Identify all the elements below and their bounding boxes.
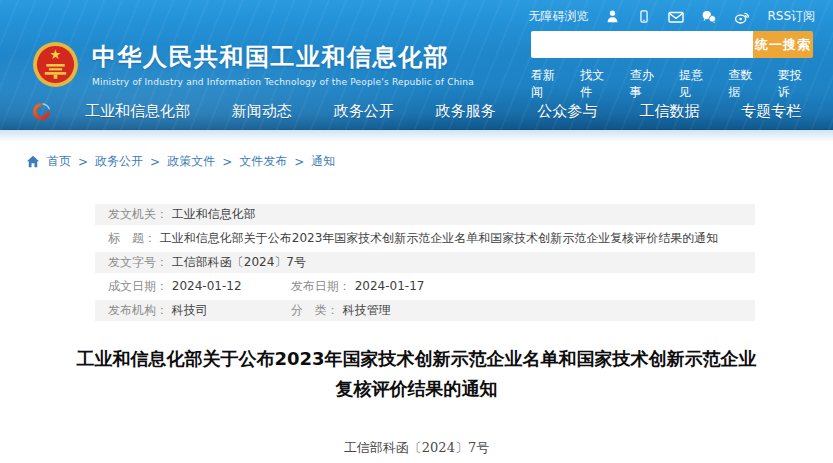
article-doc-number: 工信部科函〔2024〕7号 — [0, 439, 833, 457]
breadcrumb-separator: > — [222, 155, 232, 169]
wechat-icon[interactable] — [701, 10, 717, 24]
nav-item-news[interactable]: 新闻动态 — [232, 102, 292, 121]
meta-label: 成文日期： — [108, 279, 168, 293]
meta-label: 分 类： — [291, 303, 339, 317]
rss-link[interactable]: RSS订阅 — [767, 8, 815, 25]
breadcrumb-separator: > — [150, 155, 160, 169]
meta-row-issuing-authority: 发文机关： 工业和信息化部 — [95, 204, 755, 225]
meta-value: 科技司 — [172, 303, 208, 317]
quick-link-files[interactable]: 找文件 — [580, 67, 615, 101]
meta-value: 2024-01-12 — [172, 279, 242, 293]
document-meta-table: 发文机关： 工业和信息化部 标 题： 工业和信息化部关于公布2023年国家技术创… — [95, 204, 755, 321]
site-header: ★ 中华人民共和国工业和信息化部 Ministry of Industry an… — [0, 25, 833, 101]
banner-fade — [0, 130, 833, 141]
main-nav: 工业和信息化部 新闻动态 政务公开 政务服务 公众参与 工信数据 专题专栏 — [0, 100, 833, 123]
site-banner: 无障碍浏览 RSS订阅 ★ — [0, 0, 833, 130]
breadcrumb: 首页 > 政务公开 > 政策文件 > 文件发布 > 通知 — [26, 153, 833, 170]
breadcrumb-gov-disclosure[interactable]: 政务公开 — [95, 153, 143, 170]
nav-item-participation[interactable]: 公众参与 — [537, 102, 597, 121]
meta-value: 工业和信息化部关于公布2023年国家技术创新示范企业名单和国家技术创新示范企业复… — [160, 231, 719, 245]
meta-label: 发布日期： — [291, 279, 351, 293]
nav-item-topics[interactable]: 专题专栏 — [741, 102, 801, 121]
nav-item-data[interactable]: 工信数据 — [639, 102, 699, 121]
meta-value: 2024-01-17 — [355, 279, 425, 293]
meta-label: 发文机关： — [108, 207, 168, 221]
meta-row-dates: 成文日期： 2024-01-12 发布日期： 2024-01-17 — [95, 276, 755, 297]
breadcrumb-separator: > — [294, 155, 304, 169]
quick-link-news[interactable]: 看新闻 — [531, 67, 566, 101]
article-title: 工业和信息化部关于公布2023年国家技术创新示范企业名单和国家技术创新示范企业 … — [67, 344, 767, 404]
article-title-line1: 工业和信息化部关于公布2023年国家技术创新示范企业名单和国家技术创新示范企业 — [67, 344, 767, 374]
meta-label: 发文字号： — [108, 255, 168, 269]
article-title-line2: 复核评价结果的通知 — [67, 374, 767, 404]
breadcrumb-policy-files[interactable]: 政策文件 — [167, 153, 215, 170]
meta-label: 标 题： — [108, 231, 156, 245]
mail-icon[interactable] — [668, 10, 684, 24]
quick-link-services[interactable]: 查办事 — [630, 67, 665, 101]
accessibility-link[interactable]: 无障碍浏览 — [528, 8, 588, 25]
meta-value: 科技管理 — [343, 303, 391, 317]
home-icon[interactable] — [26, 155, 40, 168]
meta-row-title: 标 题： 工业和信息化部关于公布2023年国家技术创新示范企业名单和国家技术创新… — [95, 228, 755, 249]
nav-item-gov-services[interactable]: 政务服务 — [435, 102, 495, 121]
nav-item-home[interactable]: 工业和信息化部 — [85, 102, 190, 121]
breadcrumb-file-release[interactable]: 文件发布 — [239, 153, 287, 170]
utility-topbar: 无障碍浏览 RSS订阅 — [0, 0, 833, 25]
national-emblem-icon: ★ — [32, 41, 79, 88]
quick-links: 看新闻 找文件 查办事 提意见 查数据 要投诉 — [531, 67, 813, 101]
svg-text:★: ★ — [50, 46, 62, 61]
meta-row-doc-number: 发文字号： 工信部科函〔2024〕7号 — [95, 252, 755, 273]
breadcrumb-notice[interactable]: 通知 — [311, 153, 335, 170]
search-input[interactable] — [531, 31, 753, 58]
search-area: 统一搜索 看新闻 找文件 查办事 提意见 查数据 要投诉 — [531, 31, 813, 101]
miit-logo-icon[interactable] — [30, 100, 53, 123]
breadcrumb-separator: > — [78, 155, 88, 169]
meta-value: 工信部科函〔2024〕7号 — [172, 255, 306, 269]
quick-link-complaint[interactable]: 要投诉 — [778, 67, 813, 101]
meta-label: 发布机构： — [108, 303, 168, 317]
mobile-icon[interactable] — [637, 9, 651, 24]
site-title: 中华人民共和国工业和信息化部 — [92, 41, 474, 73]
site-subtitle: Ministry of Industry and Information Tec… — [92, 77, 474, 87]
meta-value: 工业和信息化部 — [172, 207, 256, 221]
weibo-icon[interactable] — [734, 10, 750, 24]
quick-link-data[interactable]: 查数据 — [728, 67, 763, 101]
quick-link-feedback[interactable]: 提意见 — [679, 67, 714, 101]
nav-item-gov-disclosure[interactable]: 政务公开 — [334, 102, 394, 121]
meta-row-publisher-category: 发布机构： 科技司 分 类： 科技管理 — [95, 300, 755, 321]
breadcrumb-home[interactable]: 首页 — [47, 153, 71, 170]
mascot-icon[interactable] — [605, 9, 620, 24]
site-brand[interactable]: ★ 中华人民共和国工业和信息化部 Ministry of Industry an… — [32, 27, 474, 101]
search-button[interactable]: 统一搜索 — [753, 31, 813, 58]
